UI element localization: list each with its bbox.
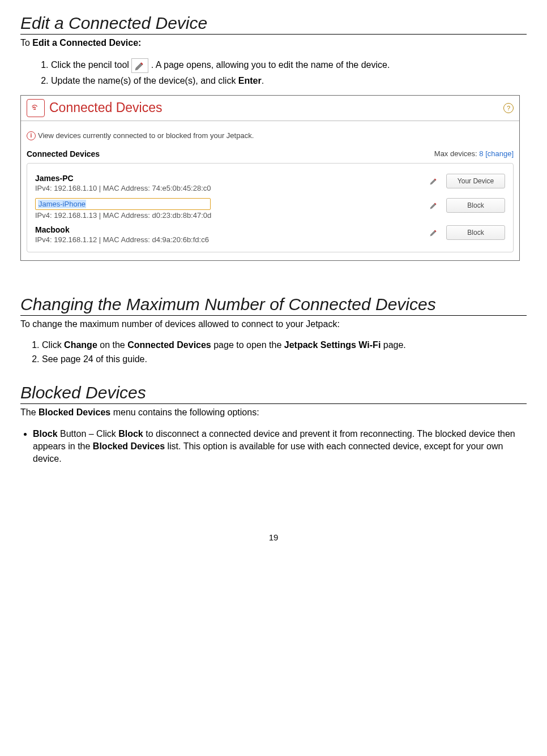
device-detail: IPv4: 192.168.1.13 | MAC Address: d0:23:… — [35, 211, 429, 220]
intro-change-max: To change the maximum number of devices … — [20, 319, 527, 329]
panel-info-text: View devices currently connected to or b… — [38, 131, 254, 140]
pencil-icon — [131, 58, 148, 73]
device-detail: IPv4: 192.168.1.10 | MAC Address: 74:e5:… — [35, 184, 429, 192]
panel-info-row: i View devices currently connected to or… — [21, 121, 519, 145]
help-icon[interactable]: ? — [503, 103, 514, 113]
block-button[interactable]: Block — [446, 198, 505, 213]
step-1: Click Change on the Connected Devices pa… — [42, 340, 527, 351]
panel-subheader: Connected Devices Max devices: 8 [change… — [21, 145, 519, 162]
step-2: See page 24 of this guide. — [42, 354, 527, 366]
panel-title: Connected Devices — [49, 100, 162, 115]
step-2: Update the name(s) of the device(s), and… — [51, 75, 527, 87]
device-name: Macbook — [35, 225, 429, 234]
steps-change-max: Click Change on the Connected Devices pa… — [20, 340, 527, 366]
connected-devices-panel: Connected Devices ? i View devices curre… — [20, 95, 520, 261]
edit-icon[interactable] — [429, 177, 438, 186]
steps-edit-device: Click the pencil tool . A page opens, al… — [20, 58, 527, 87]
info-icon: i — [27, 131, 36, 140]
edit-icon[interactable] — [429, 201, 438, 210]
device-row-2: James-iPhone IPv4: 192.168.1.13 | MAC Ad… — [35, 195, 505, 222]
your-device-button: Your Device — [446, 174, 505, 188]
device-row-1: James-PC IPv4: 192.168.1.10 | MAC Addres… — [35, 170, 505, 195]
heading-changing-max: Changing the Maximum Number of Connected… — [20, 295, 527, 316]
intro-edit-device: To Edit a Connected Device: — [20, 38, 527, 48]
device-name: James-PC — [35, 174, 429, 183]
heading-edit-connected-device: Edit a Connected Device — [20, 14, 527, 35]
heading-blocked-devices: Blocked Devices — [20, 383, 527, 404]
device-name-input[interactable]: James-iPhone — [35, 198, 211, 210]
panel-header: Connected Devices ? — [21, 96, 519, 121]
step-1: Click the pencil tool . A page opens, al… — [51, 58, 527, 73]
wifi-icon — [27, 99, 45, 117]
page-number: 19 — [20, 532, 527, 542]
device-list: James-PC IPv4: 192.168.1.10 | MAC Addres… — [27, 163, 514, 252]
device-detail: IPv4: 192.168.1.12 | MAC Address: d4:9a:… — [35, 235, 429, 244]
max-devices-value: 8 — [479, 149, 485, 158]
block-button[interactable]: Block — [446, 225, 505, 240]
max-devices: Max devices: 8 [change] — [434, 149, 514, 158]
edit-icon[interactable] — [429, 228, 438, 237]
subheader-label: Connected Devices — [27, 149, 100, 158]
blocked-bullets: Block Button – Click Block to disconnect… — [20, 428, 527, 465]
bullet-block: Block Button – Click Block to disconnect… — [33, 428, 527, 465]
device-row-3: Macbook IPv4: 192.168.1.12 | MAC Address… — [35, 222, 505, 246]
intro-blocked: The Blocked Devices menu contains the fo… — [20, 407, 527, 418]
change-link[interactable]: [change] — [485, 149, 514, 158]
